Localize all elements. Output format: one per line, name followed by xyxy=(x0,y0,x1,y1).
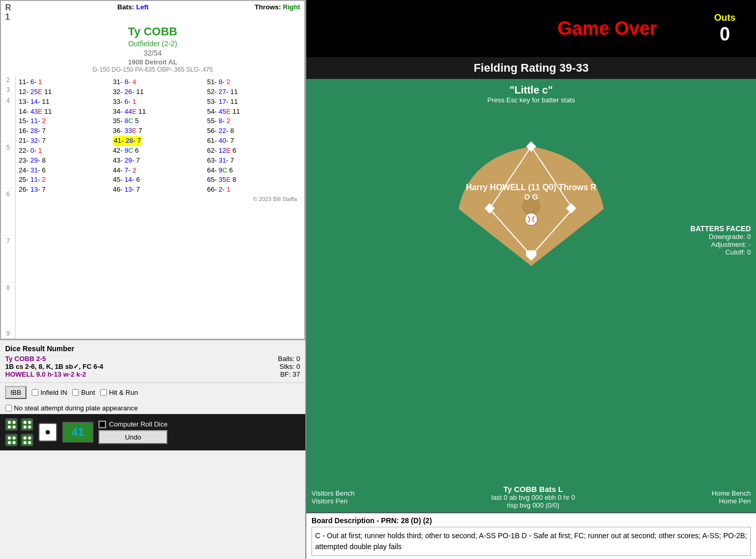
dice-col: 22- 0- 1 xyxy=(19,146,113,156)
die-green-2 xyxy=(21,418,33,431)
balls-display: Balls: 0 xyxy=(278,355,300,363)
player-record: 32/54 xyxy=(1,48,304,58)
little-c-text: "Little c" xyxy=(306,84,756,96)
dice-col: 23- 29- 8 xyxy=(19,156,113,166)
dice-table: 11- 6- 1 31- 8- 4 51- 8- 2 12- 25E 11 32… xyxy=(16,75,304,339)
undo-button[interactable]: Undo xyxy=(99,430,168,444)
dice-result-right: Balls: 0 Stks: 0 BF: 37 xyxy=(278,355,300,378)
dice-result-body: Ty COBB 2-5 1B cs 2-6, 8, K, 1B sb✓, FC … xyxy=(5,355,300,378)
player-name: Ty COBB xyxy=(1,24,304,39)
batters-faced-title: BATTERS FACED xyxy=(691,224,751,233)
player-card: R1 Bats: Left Throws: Right Ty COBB Outf… xyxy=(0,0,305,340)
outs-label: Outs xyxy=(704,12,746,23)
dice-table-row: 24- 31- 6 44- 7- 2 64- 9C 6 xyxy=(19,166,301,176)
player-card-header: R1 Bats: Left Throws: Right xyxy=(1,1,304,24)
home-bench: Home Bench Home Pen xyxy=(712,489,751,505)
batters-faced-adjustment: Adjustment: - xyxy=(691,241,751,248)
dice-play: 1B cs 2-6, 8, K, 1B sb✓, FC 6-4 xyxy=(5,363,278,370)
throws-value: Right xyxy=(283,3,300,11)
board-desc-title: Board Description - PRN: 28 (D) (2) xyxy=(312,516,751,525)
hit-run-checkbox-label[interactable]: Hit & Run xyxy=(100,389,138,396)
player-year: 1908 Detroit AL xyxy=(1,58,304,66)
dice-pitcher: HOWELL 9.0 h-13 w-2 k-2 xyxy=(5,370,278,378)
pitcher-dg-text: D G xyxy=(306,192,756,201)
infield-in-checkbox-label[interactable]: Infield IN xyxy=(32,389,67,396)
right-panel: Game Over Outs 0 Fielding Rating 39-33 "… xyxy=(306,0,756,559)
die-green-4 xyxy=(21,434,33,446)
hit-run-checkbox[interactable] xyxy=(100,389,107,396)
dice-col: 63- 31- 7 xyxy=(207,156,301,166)
computer-roll-checkbox-icon[interactable] xyxy=(99,421,106,428)
row-num-4: 4 xyxy=(1,95,15,142)
pitcher-name-text: Harry HOWELL (11 Q0) Throws R xyxy=(306,183,756,192)
dice-col: 16- 28- 7 xyxy=(19,126,113,136)
dice-col: 43- 29- 7 xyxy=(113,156,207,166)
batters-faced-downgrade: Downgrade: 0 xyxy=(691,233,751,241)
dice-col: 13- 14- 11 xyxy=(19,97,113,107)
dice-col: 65- 35E 8 xyxy=(207,175,301,185)
dice-col: 25- 11- 2 xyxy=(19,175,113,185)
dice-table-row: 16- 28- 7 36- 33E 7 56- 22- 8 xyxy=(19,126,301,136)
dice-col: 24- 31- 6 xyxy=(19,166,113,176)
outs-value: 0 xyxy=(704,23,746,45)
computer-roll-label: Computer Roll Dice xyxy=(109,420,168,428)
row-num-7: 7 xyxy=(1,235,15,282)
outs-box: Outs 0 xyxy=(704,12,746,45)
bunt-checkbox[interactable] xyxy=(72,389,79,396)
dice-col: 53- 17- 11 xyxy=(207,97,301,107)
bats-info: Bats: Left xyxy=(117,3,148,22)
dice-table-row: 14- 43E 11 34- 44E 11 54- 45E 11 xyxy=(19,107,301,117)
row-num-9: 9 xyxy=(1,329,15,339)
dice-col: 52- 27- 11 xyxy=(207,87,301,97)
hit-run-label: Hit & Run xyxy=(109,389,138,396)
dice-bottom: 41 Computer Roll Dice Undo xyxy=(0,414,305,450)
game-over-text: Game Over xyxy=(510,18,704,39)
dice-col: 44- 7- 2 xyxy=(113,166,207,176)
row-num-6: 6 xyxy=(1,189,15,235)
dice-col: 42- 9C 6 xyxy=(113,146,207,156)
dice-table-row: 21- 32- 7 41- 28- 7 61- 40- 7 xyxy=(19,136,301,146)
throws-label: Throws: xyxy=(255,3,281,11)
dice-table-row: 26- 13- 7 46- 13- 7 66- 2- 1 xyxy=(19,185,301,195)
die-green-1 xyxy=(5,418,18,431)
bats-value: Left xyxy=(136,3,148,11)
baseball-field: "Little c" Press Esc key for batter stat… xyxy=(306,79,756,512)
batter-stats-1: last 0 ab bvg 000 ebh 0 hr 0 xyxy=(491,494,575,501)
game-status-bar: Game Over Outs 0 xyxy=(306,0,756,57)
dice-col: 46- 13- 7 xyxy=(113,185,207,195)
dice-table-row: 12- 25E 11 32- 26- 11 52- 27- 11 xyxy=(19,87,301,97)
dice-col: 45- 14- 6 xyxy=(113,175,207,185)
batters-faced-cutoff: Cutoff: 0 xyxy=(691,248,751,256)
dice-col: 54- 45E 11 xyxy=(207,107,301,117)
dice-number-display: 41 xyxy=(62,422,93,443)
dice-col: 61- 40- 7 xyxy=(207,136,301,146)
dice-col: 12- 25E 11 xyxy=(19,87,113,97)
dice-col: 11- 6- 1 xyxy=(19,77,113,87)
batter-stats-2: risp bvg 000 (0/0) xyxy=(491,501,575,509)
row-num-8: 8 xyxy=(1,282,15,329)
green-dice-faces xyxy=(5,418,33,446)
stks-display: Stks: 0 xyxy=(278,363,300,370)
no-steal-checkbox-label[interactable]: No steal attempt during plate appearance xyxy=(5,404,138,412)
dice-right-controls: Computer Roll Dice Undo xyxy=(99,420,168,444)
computer-roll-row: Computer Roll Dice xyxy=(99,420,168,428)
no-steal-checkbox[interactable] xyxy=(5,405,12,411)
infield-in-checkbox[interactable] xyxy=(32,389,38,396)
bf-display: BF: 37 xyxy=(278,370,300,378)
dice-col: 14- 43E 11 xyxy=(19,107,113,117)
dice-col: 41- 28- 7 xyxy=(113,136,207,146)
dice-col: 31- 8- 4 xyxy=(113,77,207,87)
dice-col: 56- 22- 8 xyxy=(207,126,301,136)
pitcher-info: Harry HOWELL (11 Q0) Throws R D G xyxy=(306,183,756,201)
no-steal-row: No steal attempt during plate appearance xyxy=(0,402,305,414)
bunt-checkbox-label[interactable]: Bunt xyxy=(72,389,95,396)
bunt-label: Bunt xyxy=(81,389,95,396)
dice-col: 64- 9C 6 xyxy=(207,166,301,176)
ibb-button[interactable]: IBB xyxy=(5,386,26,399)
dice-table-row: 22- 0- 1 42- 9C 6 62- 12E 6 xyxy=(19,146,301,156)
dice-col: 51- 8- 2 xyxy=(207,77,301,87)
row-num-5: 5 xyxy=(1,142,15,189)
die-green-3 xyxy=(5,434,18,446)
dice-result-section: Dice Result Number Ty COBB 2-5 1B cs 2-6… xyxy=(0,340,305,382)
dice-col: 34- 44E 11 xyxy=(113,107,207,117)
